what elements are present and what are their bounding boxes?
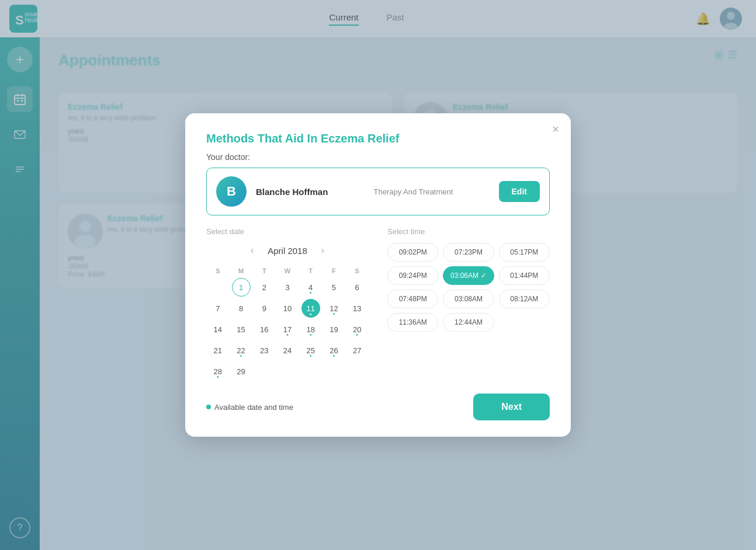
modal-overlay: × Methods That Aid In Eczema Relief Your… (0, 0, 756, 550)
calendar-day[interactable]: 10 (281, 300, 294, 317)
prev-month-button[interactable]: ‹ (246, 243, 258, 258)
calendar-day[interactable]: 15 (234, 321, 247, 338)
calendar-day[interactable]: 19 (327, 321, 340, 338)
calendar-day-header: M (230, 265, 253, 277)
time-slot[interactable]: 09:02PM (387, 243, 438, 262)
calendar-day[interactable]: 3 (283, 279, 292, 296)
calendar-day-header: F (322, 265, 346, 277)
doctor-card: B Blanche Hoffman Therapy And Treatment … (206, 168, 550, 215)
calendar-day[interactable]: 2 (260, 279, 269, 296)
time-slot[interactable]: 08:12AM (499, 290, 550, 308)
your-doctor-label: Your doctor: (206, 152, 550, 162)
calendar-month: April 2018 (268, 246, 307, 256)
calendar-day-header: S (345, 265, 369, 277)
time-slot[interactable]: 01:44PM (499, 266, 550, 285)
calendar-day-header: W (276, 265, 299, 277)
calendar-day[interactable]: 8 (237, 300, 245, 317)
appointment-modal: × Methods That Aid In Eczema Relief Your… (185, 113, 571, 437)
doctor-info: Blanche Hoffman (256, 187, 328, 197)
legend-dot (206, 405, 211, 409)
calendar-day[interactable]: 25 (304, 342, 317, 359)
calendar-empty-cell (252, 361, 276, 382)
calendar-grid: SMTWTFS123456789101112131415161718192021… (206, 265, 369, 382)
doctor-specialty: Therapy And Treatment (374, 187, 453, 196)
calendar-day[interactable]: 12 (327, 300, 340, 317)
modal-footer: Available date and time Next (206, 394, 550, 420)
select-date-label: Select date (206, 227, 369, 236)
calendar-day[interactable]: 4 (306, 279, 315, 296)
calendar-day[interactable]: 1 (232, 278, 251, 297)
next-button[interactable]: Next (473, 394, 550, 420)
legend: Available date and time (206, 403, 293, 412)
calendar-day[interactable]: 26 (327, 342, 340, 359)
calendar-day[interactable]: 7 (213, 300, 222, 317)
time-slot[interactable]: 11:36AM (387, 313, 438, 332)
time-slot[interactable]: 03:08AM (443, 290, 494, 308)
time-grid: 09:02PM07:23PM05:17PM09:24PM03:06AM ✓01:… (387, 243, 550, 332)
next-month-button[interactable]: › (317, 243, 329, 258)
close-button[interactable]: × (552, 123, 559, 136)
time-slot[interactable]: 05:17PM (499, 243, 550, 262)
calendar-day[interactable]: 20 (351, 321, 363, 338)
calendar-day[interactable]: 27 (351, 342, 363, 359)
select-time-label: Select time (387, 227, 550, 236)
calendar-header: ‹ April 2018 › (206, 243, 369, 258)
calendar-day[interactable]: 6 (353, 279, 362, 296)
calendar-day[interactable]: 11 (301, 299, 320, 318)
calendar-day[interactable]: 24 (281, 342, 294, 359)
modal-title: Methods That Aid In Eczema Relief (206, 132, 550, 145)
calendar-day[interactable]: 28 (211, 363, 224, 380)
time-slot[interactable]: 09:24PM (387, 266, 438, 285)
calendar-day[interactable]: 21 (211, 342, 224, 359)
calendar-empty-cell (276, 361, 299, 382)
calendar-empty-cell (299, 361, 322, 382)
picker-row: Select date ‹ April 2018 › SMTWTFS123456… (206, 227, 550, 382)
calendar-empty-cell (345, 361, 369, 382)
calendar-day[interactable]: 9 (260, 300, 269, 317)
calendar-day[interactable]: 5 (330, 279, 338, 296)
time-slot[interactable]: 03:06AM ✓ (443, 266, 494, 285)
calendar-day[interactable]: 22 (234, 342, 247, 359)
calendar-day[interactable]: 17 (281, 321, 294, 338)
doctor-avatar: B (216, 176, 247, 207)
calendar-day[interactable]: 16 (258, 321, 271, 338)
calendar-day-header: T (252, 265, 276, 277)
calendar-day-header: S (206, 265, 230, 277)
time-slot[interactable]: 07:23PM (443, 243, 494, 262)
time-section: Select time 09:02PM07:23PM05:17PM09:24PM… (387, 227, 550, 382)
calendar-day[interactable]: 29 (234, 363, 247, 380)
calendar-day[interactable]: 14 (211, 321, 224, 338)
calendar-day[interactable]: 23 (258, 342, 271, 359)
calendar-empty-cell (206, 277, 230, 298)
doctor-name: Blanche Hoffman (256, 187, 328, 197)
calendar-day-header: T (299, 265, 322, 277)
calendar-day[interactable]: 13 (351, 300, 363, 317)
calendar-day[interactable]: 18 (304, 321, 317, 338)
calendar-empty-cell (322, 361, 346, 382)
legend-text: Available date and time (214, 403, 293, 412)
time-slot[interactable]: 07:48PM (387, 290, 438, 308)
time-slot[interactable]: 12:44AM (443, 313, 494, 332)
edit-doctor-button[interactable]: Edit (499, 181, 540, 202)
calendar-section: Select date ‹ April 2018 › SMTWTFS123456… (206, 227, 369, 382)
